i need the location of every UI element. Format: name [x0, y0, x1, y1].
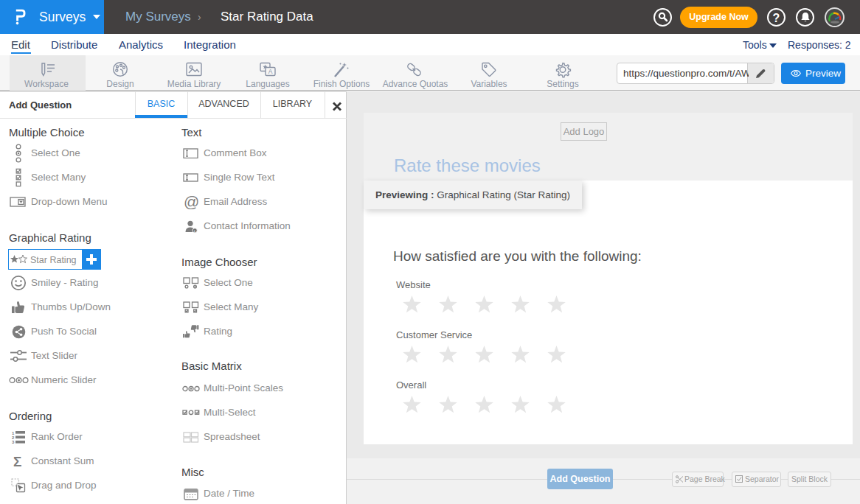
svg-text:3: 3 [12, 440, 15, 444]
svg-text:A: A [268, 68, 273, 75]
svg-text:2: 2 [12, 435, 15, 440]
svg-text:1: 1 [12, 431, 15, 435]
svg-text:@: @ [184, 195, 198, 209]
svg-text:Σ: Σ [13, 455, 21, 468]
